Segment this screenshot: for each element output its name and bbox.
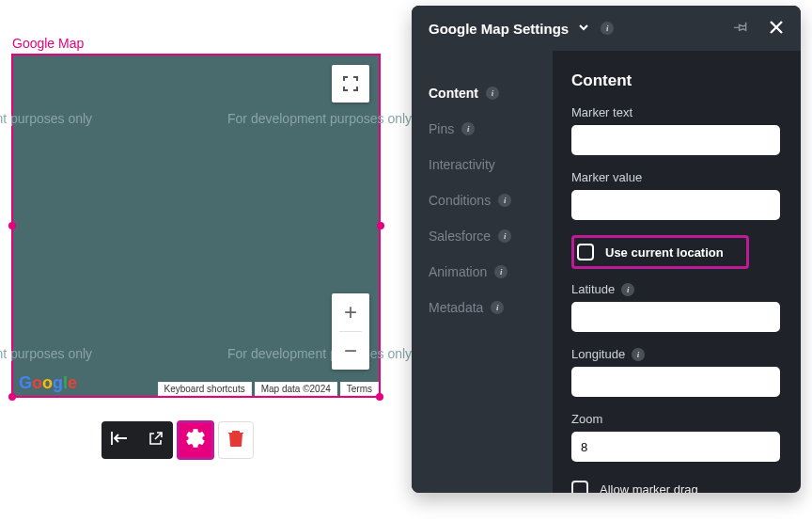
zoom-in-button[interactable]: + (332, 293, 369, 331)
keyboard-shortcuts-link[interactable]: Keyboard shortcuts (158, 382, 252, 396)
use-current-location-row[interactable]: Use current location (571, 235, 749, 269)
panel-nav: Contenti Pinsi Interactivity Conditionsi… (412, 51, 553, 493)
external-link-icon (148, 432, 163, 450)
marker-value-label: Marker value (571, 170, 782, 184)
align-button[interactable] (102, 421, 137, 459)
nav-item-salesforce[interactable]: Salesforcei (412, 218, 553, 254)
zoom-input[interactable] (571, 432, 780, 462)
widget-label: Google Map (12, 36, 84, 51)
nav-item-conditions[interactable]: Conditionsi (412, 182, 553, 218)
allow-marker-drag-row[interactable]: Allow marker drag (571, 481, 782, 493)
marker-text-label: Marker text (571, 105, 782, 119)
nav-item-animation[interactable]: Animationi (412, 254, 553, 290)
google-logo: Google (19, 373, 77, 393)
info-icon[interactable]: i (601, 22, 614, 35)
marker-value-input[interactable] (571, 190, 780, 220)
delete-button[interactable] (218, 421, 254, 459)
map-preview[interactable]: For development purposes only For develo… (11, 54, 381, 398)
map-attribution: Keyboard shortcuts Map data ©2024 Terms (158, 382, 380, 396)
allow-marker-drag-checkbox[interactable] (571, 481, 588, 493)
latitude-label: Latitudei (571, 282, 782, 296)
marker-text-input[interactable] (571, 125, 780, 155)
allow-marker-drag-label: Allow marker drag (600, 482, 698, 494)
svg-line-2 (155, 433, 162, 439)
info-icon[interactable]: i (632, 348, 645, 361)
align-left-icon (111, 432, 128, 449)
settings-button[interactable] (177, 420, 214, 460)
zoom-label: Zoom (571, 412, 782, 426)
close-button[interactable] (763, 15, 789, 41)
nav-item-metadata[interactable]: Metadatai (412, 290, 553, 325)
panel-header: Google Map Settings i (412, 6, 801, 51)
trash-icon (228, 430, 243, 450)
longitude-label: Longitudei (571, 347, 782, 361)
nav-item-content[interactable]: Contenti (412, 75, 553, 111)
fullscreen-button[interactable] (332, 65, 369, 103)
zoom-control: + − (332, 293, 369, 370)
info-icon[interactable]: i (498, 229, 511, 243)
use-current-location-checkbox[interactable] (577, 244, 594, 260)
nav-item-pins[interactable]: Pinsi (412, 111, 553, 147)
pin-icon (733, 19, 748, 38)
zoom-out-button[interactable]: − (332, 332, 369, 370)
longitude-input[interactable] (571, 367, 780, 397)
chevron-down-icon[interactable] (578, 20, 589, 37)
settings-panel: Google Map Settings i Contenti Pinsi (412, 6, 801, 493)
nav-item-interactivity[interactable]: Interactivity (412, 147, 553, 182)
panel-title: Google Map Settings (429, 21, 569, 37)
section-title: Content (571, 71, 782, 90)
dev-watermark: For development purposes only (227, 111, 412, 126)
info-icon[interactable]: i (461, 122, 475, 135)
widget-toolbar (102, 420, 254, 460)
info-icon[interactable]: i (486, 87, 499, 100)
gear-icon (186, 429, 205, 451)
terms-link[interactable]: Terms (340, 382, 379, 396)
info-icon[interactable]: i (498, 194, 511, 207)
pin-button[interactable] (727, 15, 754, 41)
fullscreen-icon (342, 75, 359, 92)
latitude-input[interactable] (571, 302, 780, 332)
use-current-location-label: Use current location (605, 245, 724, 260)
info-icon[interactable]: i (491, 301, 504, 314)
dev-watermark: For development purposes only (227, 346, 412, 361)
info-icon[interactable]: i (621, 283, 634, 296)
close-icon (769, 18, 784, 39)
external-button[interactable] (137, 421, 173, 459)
dev-watermark: For development purposes only (0, 346, 92, 361)
panel-content: Content Marker text Marker value Use cur… (553, 51, 801, 493)
map-data-label: Map data ©2024 (255, 382, 337, 396)
dev-watermark: For development purposes only (0, 111, 92, 126)
info-icon[interactable]: i (494, 265, 508, 278)
